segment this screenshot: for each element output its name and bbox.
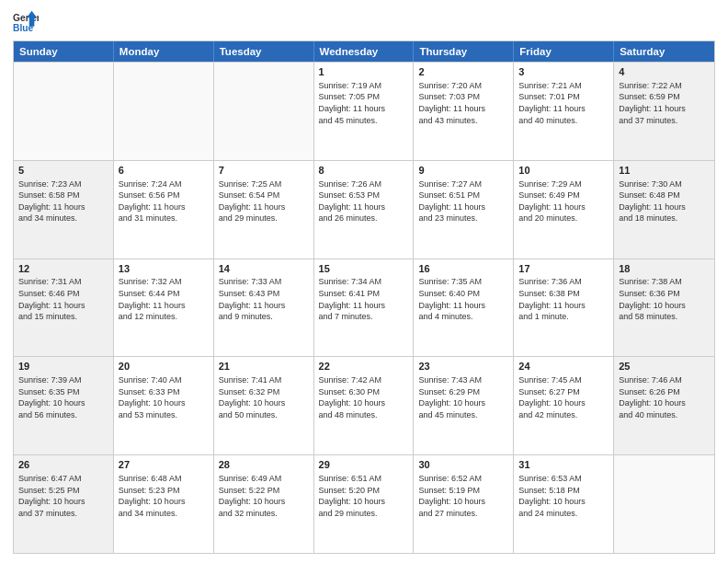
calendar-week-4: 19Sunrise: 7:39 AMSunset: 6:35 PMDayligh… [14,356,714,454]
day-number: 23 [418,360,508,373]
calendar-cell: 8Sunrise: 7:26 AMSunset: 6:53 PMDaylight… [314,161,415,259]
cell-details: Sunrise: 7:32 AMSunset: 6:44 PMDaylight:… [119,276,209,322]
calendar: SundayMondayTuesdayWednesdayThursdayFrid… [13,40,715,554]
header-day-friday: Friday [514,41,614,62]
cell-details: Sunrise: 7:29 AMSunset: 6:49 PMDaylight:… [518,178,609,224]
day-number: 15 [319,262,409,276]
day-number: 21 [219,360,309,373]
calendar-cell: 20Sunrise: 7:40 AMSunset: 6:33 PMDayligh… [114,357,214,454]
cell-details: Sunrise: 7:21 AMSunset: 7:01 PMDaylight:… [518,80,609,126]
day-number: 27 [119,458,209,472]
day-number: 20 [119,360,209,373]
cell-details: Sunrise: 7:39 AMSunset: 6:35 PMDaylight:… [18,374,108,420]
calendar-cell: 2Sunrise: 7:20 AMSunset: 7:03 PMDaylight… [414,63,514,160]
day-number: 18 [619,262,710,276]
page-header: General Blue [13,9,715,35]
day-number: 8 [319,164,409,178]
svg-text:General: General [13,13,39,23]
cell-details: Sunrise: 7:34 AMSunset: 6:41 PMDaylight:… [319,276,409,322]
calendar-header-row: SundayMondayTuesdayWednesdayThursdayFrid… [14,41,714,62]
calendar-cell [214,63,314,160]
cell-details: Sunrise: 7:31 AMSunset: 6:46 PMDaylight:… [18,276,108,322]
day-number: 3 [518,65,609,79]
cell-details: Sunrise: 7:46 AMSunset: 6:26 PMDaylight:… [619,374,710,420]
calendar-cell: 6Sunrise: 7:24 AMSunset: 6:56 PMDaylight… [114,161,214,259]
calendar-cell: 13Sunrise: 7:32 AMSunset: 6:44 PMDayligh… [114,259,214,357]
cell-details: Sunrise: 7:25 AMSunset: 6:54 PMDaylight:… [219,178,309,224]
cell-details: Sunrise: 7:43 AMSunset: 6:29 PMDaylight:… [418,374,508,420]
calendar-cell: 16Sunrise: 7:35 AMSunset: 6:40 PMDayligh… [414,259,514,357]
calendar-cell: 1Sunrise: 7:19 AMSunset: 7:05 PMDaylight… [314,63,415,160]
day-number: 29 [319,458,409,472]
day-number: 24 [518,360,609,373]
header-day-wednesday: Wednesday [314,41,415,62]
day-number: 22 [319,360,409,373]
calendar-cell: 21Sunrise: 7:41 AMSunset: 6:32 PMDayligh… [214,357,314,454]
cell-details: Sunrise: 7:27 AMSunset: 6:51 PMDaylight:… [418,178,508,224]
cell-details: Sunrise: 6:48 AMSunset: 5:23 PMDaylight:… [119,473,209,519]
calendar-cell: 9Sunrise: 7:27 AMSunset: 6:51 PMDaylight… [414,161,514,259]
day-number: 13 [119,262,209,276]
cell-details: Sunrise: 7:45 AMSunset: 6:27 PMDaylight:… [518,374,609,420]
header-day-sunday: Sunday [14,41,114,62]
calendar-week-3: 12Sunrise: 7:31 AMSunset: 6:46 PMDayligh… [14,259,714,357]
cell-details: Sunrise: 6:49 AMSunset: 5:22 PMDaylight:… [219,473,309,519]
calendar-cell: 24Sunrise: 7:45 AMSunset: 6:27 PMDayligh… [514,357,614,454]
day-number: 9 [418,164,508,178]
calendar-week-5: 26Sunrise: 6:47 AMSunset: 5:25 PMDayligh… [14,454,714,553]
cell-details: Sunrise: 7:19 AMSunset: 7:05 PMDaylight:… [319,80,409,126]
calendar-cell: 5Sunrise: 7:23 AMSunset: 6:58 PMDaylight… [14,161,114,259]
day-number: 14 [219,262,309,276]
day-number: 11 [619,164,710,178]
header-day-monday: Monday [114,41,214,62]
cell-details: Sunrise: 7:35 AMSunset: 6:40 PMDaylight:… [418,276,508,322]
logo-icon: General Blue [13,9,39,35]
cell-details: Sunrise: 7:38 AMSunset: 6:36 PMDaylight:… [619,276,710,322]
calendar-cell: 4Sunrise: 7:22 AMSunset: 6:59 PMDaylight… [614,63,714,160]
calendar-cell: 7Sunrise: 7:25 AMSunset: 6:54 PMDaylight… [214,161,314,259]
calendar-cell: 17Sunrise: 7:36 AMSunset: 6:38 PMDayligh… [514,259,614,357]
cell-details: Sunrise: 7:22 AMSunset: 6:59 PMDaylight:… [619,80,710,126]
calendar-cell: 31Sunrise: 6:53 AMSunset: 5:18 PMDayligh… [514,455,614,553]
day-number: 19 [18,360,108,373]
day-number: 26 [18,458,108,472]
day-number: 12 [18,262,108,276]
calendar-cell: 30Sunrise: 6:52 AMSunset: 5:19 PMDayligh… [414,455,514,553]
cell-details: Sunrise: 6:52 AMSunset: 5:19 PMDaylight:… [418,473,508,519]
day-number: 25 [619,360,710,373]
calendar-body: 1Sunrise: 7:19 AMSunset: 7:05 PMDaylight… [14,62,714,553]
day-number: 6 [119,164,209,178]
day-number: 17 [518,262,609,276]
cell-details: Sunrise: 7:20 AMSunset: 7:03 PMDaylight:… [418,80,508,126]
calendar-cell: 14Sunrise: 7:33 AMSunset: 6:43 PMDayligh… [214,259,314,357]
calendar-week-2: 5Sunrise: 7:23 AMSunset: 6:58 PMDaylight… [14,160,714,259]
calendar-cell: 25Sunrise: 7:46 AMSunset: 6:26 PMDayligh… [614,357,714,454]
cell-details: Sunrise: 7:30 AMSunset: 6:48 PMDaylight:… [619,178,710,224]
cell-details: Sunrise: 7:23 AMSunset: 6:58 PMDaylight:… [18,178,108,224]
calendar-cell: 28Sunrise: 6:49 AMSunset: 5:22 PMDayligh… [214,455,314,553]
cell-details: Sunrise: 7:36 AMSunset: 6:38 PMDaylight:… [518,276,609,322]
calendar-cell: 19Sunrise: 7:39 AMSunset: 6:35 PMDayligh… [14,357,114,454]
calendar-cell [114,63,214,160]
calendar-cell: 12Sunrise: 7:31 AMSunset: 6:46 PMDayligh… [14,259,114,357]
calendar-cell: 3Sunrise: 7:21 AMSunset: 7:01 PMDaylight… [514,63,614,160]
calendar-cell: 27Sunrise: 6:48 AMSunset: 5:23 PMDayligh… [114,455,214,553]
calendar-cell: 23Sunrise: 7:43 AMSunset: 6:29 PMDayligh… [414,357,514,454]
calendar-cell: 11Sunrise: 7:30 AMSunset: 6:48 PMDayligh… [614,161,714,259]
day-number: 7 [219,164,309,178]
cell-details: Sunrise: 7:33 AMSunset: 6:43 PMDaylight:… [219,276,309,322]
day-number: 31 [518,458,609,472]
logo: General Blue [13,9,39,35]
cell-details: Sunrise: 7:40 AMSunset: 6:33 PMDaylight:… [119,374,209,420]
day-number: 1 [319,65,409,79]
cell-details: Sunrise: 6:51 AMSunset: 5:20 PMDaylight:… [319,473,409,519]
cell-details: Sunrise: 6:47 AMSunset: 5:25 PMDaylight:… [18,473,108,519]
day-number: 4 [619,65,710,79]
calendar-cell [14,63,114,160]
calendar-cell: 18Sunrise: 7:38 AMSunset: 6:36 PMDayligh… [614,259,714,357]
calendar-week-1: 1Sunrise: 7:19 AMSunset: 7:05 PMDaylight… [14,62,714,160]
calendar-cell [614,455,714,553]
day-number: 16 [418,262,508,276]
calendar-cell: 10Sunrise: 7:29 AMSunset: 6:49 PMDayligh… [514,161,614,259]
cell-details: Sunrise: 6:53 AMSunset: 5:18 PMDaylight:… [518,473,609,519]
